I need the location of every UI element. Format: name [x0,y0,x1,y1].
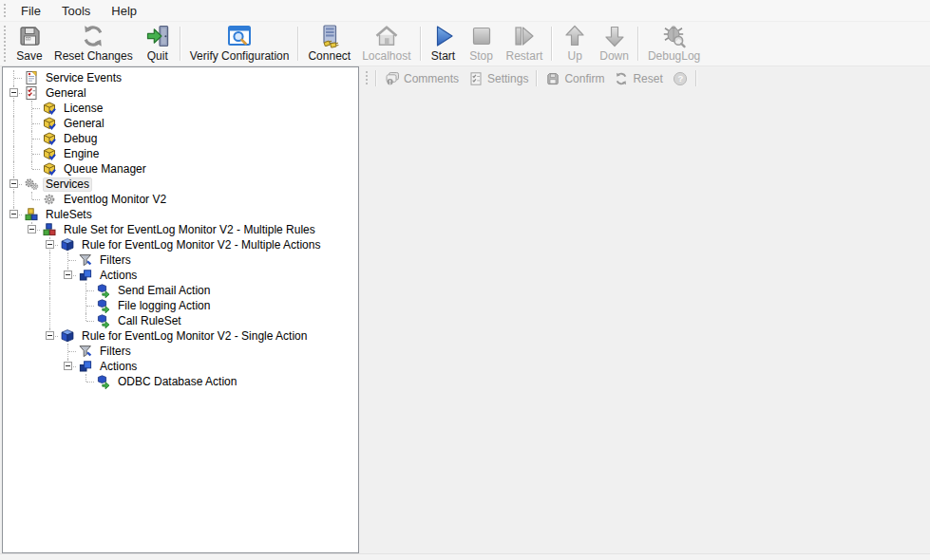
gears-icon [24,177,39,192]
localhost-button[interactable]: Localhost [356,22,416,65]
tree-item-label[interactable]: License [61,102,105,116]
tree-item-label[interactable]: Eventlog Monitor V2 [61,193,169,207]
tree-item-label[interactable]: Filters [97,253,134,268]
tree-item-queue-manager[interactable]: Queue Manager [5,161,358,177]
collapse-toggle[interactable] [64,271,72,279]
tree-item-rule-set-for-eventlog-monitor-v2-multiple-rules[interactable]: Rule Set for EventLog Monitor V2 - Multi… [5,222,358,237]
tree-item-services[interactable]: Services [5,177,358,192]
tree-item-label[interactable]: General [43,86,89,101]
tree-item-label[interactable]: Filters [97,345,134,359]
tree-connector [59,252,77,268]
comments-button[interactable]: Comments [380,69,464,88]
tree-item-label[interactable]: ODBC Database Action [115,375,239,389]
quit-button[interactable]: Quit [139,22,177,65]
toolbar-button-label: Verify Configuration [190,50,290,63]
tree-item-rule-for-eventlog-monitor-v2-single-action[interactable]: Rule for EventLog Monitor V2 - Single Ac… [5,328,358,344]
package-icon [42,116,57,131]
tree-connector [23,101,41,116]
stop-button[interactable]: Stop [463,22,501,65]
stop-icon [468,23,495,49]
tree-item-label[interactable]: General [61,117,107,131]
tree-item-label[interactable]: Services [43,177,92,192]
collapse-toggle[interactable] [9,88,18,97]
main-content: Service EventsGeneralLicenseGeneralDebug… [0,66,930,553]
verify-configuration-button[interactable]: Verify Configuration [184,22,295,65]
collapse-toggle[interactable] [46,331,54,340]
tree-item-service-events[interactable]: Service Events [5,70,358,85]
collapse-toggle[interactable] [46,240,54,249]
tree-item-general[interactable]: General [5,85,358,101]
service-events-icon [24,70,39,85]
tree-connector [23,146,41,161]
collapse-toggle[interactable] [64,362,72,370]
menu-tools[interactable]: Tools [51,2,101,20]
help-button[interactable]: ? [668,69,693,88]
tree-item-label[interactable]: Rule for EventLog Monitor V2 - Single Ac… [79,329,310,344]
tree-item-label[interactable]: Rule Set for EventLog Monitor V2 - Multi… [61,223,318,237]
detail-toolbar-grip-handle[interactable] [365,70,369,86]
confirm-button[interactable]: Confirm [541,69,609,88]
down-button[interactable]: Down [594,22,635,65]
tree-connector [5,177,23,192]
connect-button[interactable]: Connect [302,22,356,65]
detail-toolbar-button-label: Comments [404,72,459,85]
tree-item-filters[interactable]: Filters [5,344,358,359]
toolbar-separator [637,27,639,61]
collapse-toggle[interactable] [9,210,18,218]
reset-button[interactable]: Reset [609,69,667,88]
tree-item-label[interactable]: Queue Manager [61,162,149,177]
tree-item-engine[interactable]: Engine [5,146,358,161]
tree-item-general[interactable]: General [5,116,358,131]
tree-item-actions[interactable]: Actions [5,268,358,283]
settings-button[interactable]: Settings [464,69,533,88]
tree-item-label[interactable]: Send Email Action [115,284,213,298]
tree-item-eventlog-monitor-v2[interactable]: Eventlog Monitor V2 [5,192,358,207]
debuglog-button[interactable]: DebugLog [642,22,706,65]
actions-icon [78,359,93,374]
tree-item-label[interactable]: Service Events [43,71,124,85]
toolbar-separator [180,27,181,61]
restart-button[interactable]: Restart [501,22,549,65]
tree-item-label[interactable]: Actions [97,269,140,283]
detail-toolbar-separator [695,70,697,86]
tree-item-license[interactable]: License [5,101,358,116]
tree-item-rule-for-eventlog-monitor-v2-multiple-actions[interactable]: Rule for EventLog Monitor V2 - Multiple … [5,237,358,252]
tree-item-call-ruleset[interactable]: Call RuleSet [5,313,358,328]
configuration-client-window: FileToolsHelp SaveReset ChangesQuitVerif… [0,0,930,560]
menu-help[interactable]: Help [101,2,147,20]
rulesets-icon [24,207,39,222]
tree-item-actions[interactable]: Actions [5,359,358,374]
tree-guide-line [5,146,23,161]
detail-toolbar-separator [375,70,377,86]
tree-item-label[interactable]: Call RuleSet [115,314,184,328]
tree-item-file-logging-action[interactable]: File logging Action [5,298,358,313]
start-button[interactable]: Start [425,22,463,65]
tree-item-label[interactable]: Debug [61,132,100,146]
tree-item-label[interactable]: Engine [61,147,102,161]
menu-file[interactable]: File [10,2,51,20]
tree-item-label[interactable]: Rule for EventLog Monitor V2 - Multiple … [79,238,323,252]
tree-item-odbc-database-action[interactable]: ODBC Database Action [5,374,358,389]
tree-item-label[interactable]: File logging Action [115,299,213,313]
tree-guide-line [5,101,23,116]
tree-guide-line [41,298,59,313]
tree-item-send-email-action[interactable]: Send Email Action [5,283,358,298]
collapse-toggle[interactable] [9,179,18,188]
tree-guide-line [59,374,77,389]
toolbar-grip-handle[interactable] [3,25,7,63]
tree-item-label[interactable]: RuleSets [43,208,95,222]
reset-changes-button[interactable]: Reset Changes [48,22,139,65]
tree-item-rulesets[interactable]: RuleSets [5,207,358,222]
action-icon [96,374,111,389]
connect-icon [316,23,343,49]
menubar-grip-handle[interactable] [3,3,7,18]
collapse-toggle[interactable] [28,225,36,233]
tree-item-debug[interactable]: Debug [5,131,358,146]
save-button[interactable]: Save [10,22,48,65]
tree-connector [23,161,41,177]
tree-item-label[interactable]: Actions [97,360,140,374]
up-button[interactable]: Up [556,22,594,65]
tree-item-filters[interactable]: Filters [5,252,358,268]
tree-guide-line [23,237,41,252]
tree-guide-line [41,344,59,359]
